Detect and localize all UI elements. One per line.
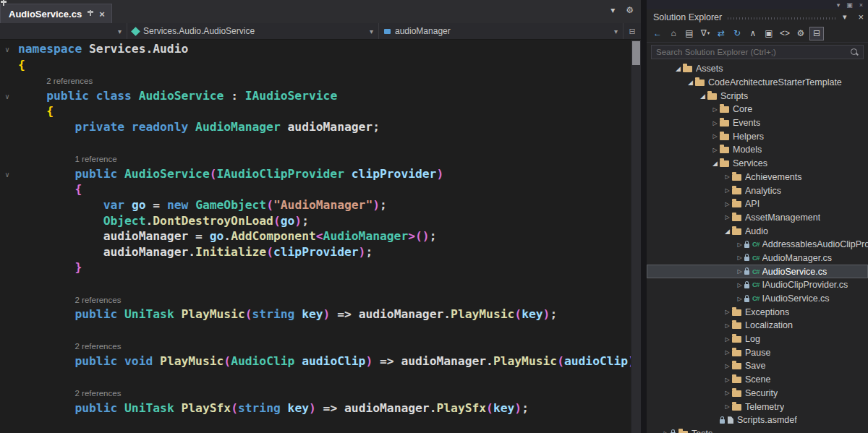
- sync-with-active-document-icon[interactable]: ⇄: [714, 27, 728, 40]
- collapsed-arrow-icon[interactable]: ▷: [723, 322, 732, 329]
- expanded-arrow-icon[interactable]: ◢: [710, 160, 720, 167]
- code-line[interactable]: private readonly AudioManager audioManag…: [18, 119, 631, 135]
- code-editor[interactable]: ∨namespace Services.Audio{2 references∨ …: [0, 40, 641, 433]
- preview-selected-items-icon[interactable]: ⊟: [809, 27, 824, 40]
- tree-item-audioservice-cs[interactable]: ▷C#AudioService.cs: [647, 265, 868, 278]
- collapse-all-icon[interactable]: ∧: [746, 27, 760, 40]
- tree-item-addressablesaudioclipprovider-cs[interactable]: ▷C#AddressablesAudioClipProvider.cs: [647, 238, 868, 252]
- code-line[interactable]: [18, 322, 631, 338]
- code-line[interactable]: ∨namespace Services.Audio: [18, 41, 631, 57]
- tree-item-audiomanager-cs[interactable]: ▷C#AudioManager.cs: [647, 252, 868, 265]
- codelens-line[interactable]: 2 references: [18, 338, 631, 353]
- tree-item-telemetry[interactable]: ▷Telemetry: [647, 400, 868, 413]
- collapsed-arrow-icon[interactable]: ▷: [723, 336, 732, 343]
- tree-item-exceptions[interactable]: ▷Exceptions: [647, 305, 868, 319]
- tree-item-assets[interactable]: ◢Assets: [647, 62, 868, 76]
- editor-scrollbar[interactable]: [631, 40, 641, 433]
- code-line[interactable]: var go = new GameObject("AudioManager");: [18, 197, 631, 213]
- tree-item-tests[interactable]: ▷Tests: [647, 427, 868, 433]
- codelens-line[interactable]: 2 references: [18, 72, 631, 88]
- code-line[interactable]: public UniTask PlaySfx(string key) => au…: [18, 400, 631, 416]
- search-box[interactable]: [651, 45, 864, 59]
- tree-item-analytics[interactable]: ▷Analytics: [647, 184, 868, 197]
- collapsed-arrow-icon[interactable]: ▷: [661, 430, 671, 433]
- code-line[interactable]: audioManager.Initialize(clipProvider);: [18, 244, 631, 260]
- tree-item-pause[interactable]: ▷Pause: [647, 346, 868, 359]
- collapsed-arrow-icon[interactable]: ▷: [710, 147, 720, 153]
- search-input[interactable]: [652, 48, 850, 56]
- collapsed-arrow-icon[interactable]: ▷: [723, 363, 732, 369]
- tree-item-security[interactable]: ▷Security: [647, 387, 868, 400]
- tree-item-helpers[interactable]: ▷Helpers: [647, 129, 868, 143]
- code-line[interactable]: {: [18, 103, 631, 119]
- collapsed-arrow-icon[interactable]: ▷: [710, 106, 720, 113]
- collapsed-arrow-icon[interactable]: ▷: [735, 241, 744, 248]
- expanded-arrow-icon[interactable]: ◢: [723, 228, 732, 235]
- member-dropdown[interactable]: audioManager ▾: [379, 23, 624, 39]
- switch-views-icon[interactable]: ▤: [682, 27, 697, 40]
- codelens-references[interactable]: 1 reference: [18, 152, 117, 168]
- panel-splitter[interactable]: [641, 0, 647, 433]
- codelens-line[interactable]: 1 reference: [18, 150, 631, 166]
- codelens-line[interactable]: 2 references: [18, 291, 631, 307]
- tab-audioservice[interactable]: AudioService.cs ×: [0, 4, 112, 23]
- collapsed-arrow-icon[interactable]: ▷: [723, 201, 732, 207]
- tree-item-iaudioclipprovider-cs[interactable]: ▷C#IAudioClipProvider.cs: [647, 278, 868, 292]
- code-line[interactable]: audioManager = go.AddComponent<AudioMana…: [18, 228, 631, 244]
- fold-chevron-icon[interactable]: ∨: [5, 167, 9, 183]
- collapsed-arrow-icon[interactable]: ▷: [735, 254, 744, 261]
- collapsed-arrow-icon[interactable]: ▷: [723, 377, 732, 383]
- pin-tab-icon[interactable]: [87, 10, 94, 18]
- tree-item-localization[interactable]: ▷Localization: [647, 319, 868, 333]
- collapsed-arrow-icon[interactable]: ▷: [723, 187, 732, 194]
- collapsed-arrow-icon[interactable]: ▷: [735, 268, 744, 275]
- collapsed-arrow-icon[interactable]: ▷: [723, 390, 732, 396]
- tree-item-events[interactable]: ▷Events: [647, 116, 868, 130]
- editor-scrollbar-thumb[interactable]: [632, 41, 640, 65]
- codelens-references[interactable]: 2 references: [18, 74, 93, 90]
- window-position-chevron-icon[interactable]: ▾: [843, 12, 847, 22]
- code-line[interactable]: [18, 369, 631, 385]
- properties-icon[interactable]: ⚙: [793, 27, 808, 40]
- solution-explorer-title-bar[interactable]: Solution Explorer ▾ ×: [647, 9, 868, 25]
- collapsed-arrow-icon[interactable]: ▷: [735, 282, 744, 288]
- collapsed-arrow-icon[interactable]: ▷: [710, 120, 720, 127]
- tree-item-assetmanagement[interactable]: ▷AssetManagement: [647, 211, 868, 225]
- code-line[interactable]: {: [18, 181, 631, 197]
- code-line[interactable]: [18, 135, 631, 151]
- drag-grip[interactable]: [728, 17, 837, 20]
- type-dropdown[interactable]: Services.Audio.AudioService ▾: [127, 23, 379, 39]
- codelens-references[interactable]: 2 references: [18, 293, 121, 309]
- tree-item-services[interactable]: ◢Services: [647, 157, 868, 171]
- refresh-icon[interactable]: ↻: [730, 27, 744, 40]
- code-view-icon[interactable]: <>: [778, 27, 792, 40]
- project-dropdown[interactable]: ▾: [0, 23, 127, 39]
- tree-item-iaudioservice-cs[interactable]: ▷C#IAudioService.cs: [647, 292, 868, 306]
- expanded-arrow-icon[interactable]: ◢: [686, 79, 695, 86]
- collapsed-arrow-icon[interactable]: ▷: [735, 296, 744, 302]
- collapsed-arrow-icon[interactable]: ▷: [723, 173, 732, 180]
- pending-changes-filter-icon[interactable]: ∇▾: [698, 27, 712, 40]
- editor-settings-gear-icon[interactable]: ⚙: [626, 5, 634, 15]
- tree-item-audio[interactable]: ◢Audio: [647, 224, 868, 238]
- tree-item-log[interactable]: ▷Log: [647, 333, 868, 346]
- code-line[interactable]: [18, 275, 631, 291]
- collapsed-arrow-icon[interactable]: ▷: [710, 133, 720, 140]
- panel-menu-icon[interactable]: ▾: [837, 1, 841, 9]
- panel-close-icon[interactable]: ×: [859, 1, 863, 9]
- collapsed-arrow-icon[interactable]: ▷: [723, 349, 732, 356]
- code-line[interactable]: public void PlayMusic(AudioClip audioCli…: [18, 353, 631, 369]
- code-line[interactable]: }: [18, 260, 631, 275]
- tab-list-chevron-icon[interactable]: ▾: [610, 5, 615, 15]
- code-line[interactable]: ∨ public AudioService(IAudioClipProvider…: [18, 166, 631, 182]
- code-line[interactable]: public UniTask PlayMusic(string key) => …: [18, 306, 631, 322]
- tree-item-scene[interactable]: ▷Scene: [647, 373, 868, 387]
- fold-chevron-icon[interactable]: ∨: [5, 89, 9, 105]
- codelens-line[interactable]: 2 references: [18, 385, 631, 400]
- panel-float-icon[interactable]: ▣: [846, 1, 853, 9]
- close-panel-icon[interactable]: ×: [858, 12, 864, 22]
- home-icon[interactable]: ⌂: [666, 27, 681, 40]
- tree-item-codearchitecturestartertemplate[interactable]: ◢CodeArchitectureStarterTemplate: [647, 76, 868, 90]
- fold-chevron-icon[interactable]: ∨: [5, 42, 9, 58]
- tree-item-scripts-asmdef[interactable]: Scripts.asmdef: [647, 413, 868, 427]
